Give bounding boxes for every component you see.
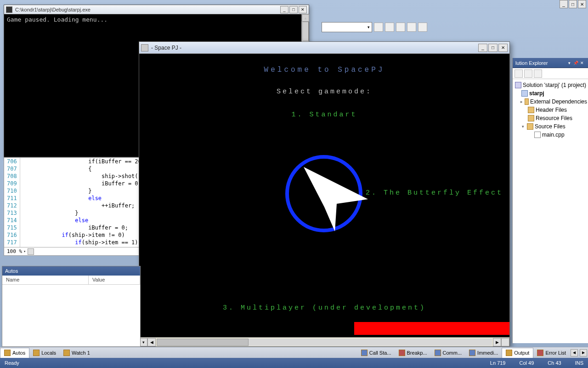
scroll-grip[interactable] — [501, 338, 509, 346]
solution-explorer-toolbar — [513, 68, 588, 79]
watch-tab-icon — [63, 350, 70, 356]
status-ins: INS — [575, 360, 583, 366]
game-welcome-text: Welcome to SpacePJ — [139, 66, 509, 74]
folder-icon — [527, 123, 533, 130]
solution-root-label: Solution 'starpj' (1 project) — [523, 82, 586, 88]
toolbar-button-2[interactable] — [385, 23, 394, 32]
svg-marker-0 — [304, 167, 368, 231]
autos-col-value[interactable]: Value — [89, 276, 140, 284]
autos-header: Name Value — [2, 276, 140, 285]
tab-breakpoints[interactable]: Breakp... — [395, 348, 431, 358]
scroll-left-button[interactable]: ◀ — [147, 338, 156, 346]
status-ch: Ch 43 — [548, 360, 561, 366]
tabstrip-scroll-right[interactable]: ▶ — [580, 349, 587, 356]
autos-col-name[interactable]: Name — [2, 276, 89, 284]
solution-root[interactable]: Solution 'starpj' (1 project) — [514, 81, 587, 89]
console-close-button[interactable]: ✕ — [299, 6, 307, 13]
sln-tb-button-1[interactable] — [514, 69, 523, 78]
tab-call-stack[interactable]: Call Sta... — [357, 348, 395, 358]
errorlist-tab-icon — [537, 350, 543, 356]
editor-code[interactable]: if(iBuffer == 20) { ship->shot(); iBuffe… — [20, 158, 140, 247]
locals-tab-icon — [33, 350, 40, 356]
ide-maximize-button[interactable]: □ — [569, 0, 577, 8]
folder-resources-label: Resource Files — [536, 115, 572, 121]
file-main-cpp[interactable]: main.cpp — [514, 131, 587, 139]
console-icon — [6, 6, 12, 13]
project-label: starpj — [529, 90, 544, 97]
game-option-butterfly[interactable]: 2. The Butterfly Effect — [366, 189, 503, 197]
tabstrip-scroll-left[interactable]: ◀ — [571, 349, 578, 356]
expand-icon[interactable]: ▸ — [520, 99, 523, 104]
console-text: Game paused. Loading menu... — [7, 16, 107, 23]
folder-headers[interactable]: Header Files — [514, 106, 587, 114]
ide-close-button[interactable]: ✕ — [578, 0, 586, 8]
solution-explorer-label: lution Explorer — [515, 60, 566, 66]
panel-dropdown-icon[interactable]: ▾ — [566, 60, 572, 66]
sln-tb-button-2[interactable] — [524, 69, 532, 78]
console-title: C:\kondr1\starpj\Debug\starpj.exe — [15, 7, 279, 12]
game-titlebar[interactable]: - Space PJ - _ □ ✕ — [139, 42, 509, 54]
game-close-button[interactable]: ✕ — [498, 44, 508, 52]
autos-panel-title[interactable]: Autos — [2, 266, 140, 276]
scroll-thumb[interactable] — [157, 339, 249, 346]
editor-zoom[interactable]: 100 % — [7, 248, 22, 254]
autos-tab-icon — [4, 350, 11, 356]
game-option-standard[interactable]: 1. Standart — [139, 111, 509, 119]
folder-resources[interactable]: Resource Files — [514, 114, 587, 122]
console-maximize-button[interactable]: □ — [289, 6, 298, 13]
bottom-tab-strip: Autos Locals Watch 1 Call Sta... Breakp.… — [0, 347, 588, 358]
editor-zoom-dropdown-icon[interactable]: ▾ — [23, 249, 26, 253]
game-minimize-button[interactable]: _ — [478, 44, 487, 52]
autos-panel: Autos Name Value — [2, 266, 141, 347]
game-option-multiplayer[interactable]: 3. Multiplayer (under development) — [139, 304, 509, 312]
scrollbar-up-icon[interactable]: ▲ — [302, 14, 309, 22]
editor-status-bar: 100 % ▾ — [4, 247, 140, 255]
game-horizontal-scrollbar[interactable]: ▾ ◀ ▶ — [139, 337, 509, 346]
code-editor[interactable]: 706707708709710711712713714715716717718 … — [4, 157, 141, 256]
solution-tree[interactable]: Solution 'starpj' (1 project) starpj ▸ E… — [513, 79, 588, 141]
tab-immediate[interactable]: Immedi... — [465, 348, 502, 358]
ide-minimize-button[interactable]: _ — [560, 0, 568, 8]
file-main-label: main.cpp — [542, 132, 565, 138]
scrollbar-thumb[interactable] — [302, 22, 309, 41]
console-minimize-button[interactable]: _ — [280, 6, 288, 13]
toolbar-button-3[interactable] — [396, 23, 405, 32]
game-progress-bar — [354, 322, 509, 335]
status-col: Col 49 — [520, 360, 534, 366]
solution-icon — [515, 82, 521, 88]
ide-window-controls: _ □ ✕ — [560, 0, 586, 8]
ship-arrow-icon — [299, 163, 373, 232]
project-icon — [521, 90, 528, 97]
scroll-right-button[interactable]: ▶ — [493, 338, 501, 346]
tab-locals[interactable]: Locals — [29, 348, 60, 358]
toolbar-button-1[interactable] — [374, 23, 383, 32]
tab-output[interactable]: Output — [502, 348, 533, 358]
toolbar-combo[interactable]: ▾ — [322, 22, 372, 32]
toolbar-button-5[interactable] — [418, 23, 427, 32]
tab-error-list[interactable]: Error List — [533, 348, 570, 358]
panel-close-icon[interactable]: ✕ — [579, 60, 585, 66]
editor-scroll-left[interactable] — [28, 248, 34, 255]
sln-tb-button-3[interactable] — [534, 69, 542, 78]
tab-watch1[interactable]: Watch 1 — [60, 348, 94, 358]
folder-external[interactable]: ▸ External Dependencies — [514, 98, 587, 106]
collapse-icon[interactable]: ▾ — [520, 124, 526, 129]
command-tab-icon — [435, 350, 441, 356]
immediate-tab-icon — [469, 350, 475, 356]
folder-icon — [528, 107, 534, 113]
panel-pin-icon[interactable]: 📌 — [572, 60, 579, 66]
status-line: Ln 719 — [490, 360, 506, 366]
solution-explorer-title[interactable]: lution Explorer ▾ 📌 ✕ — [513, 58, 588, 68]
game-window: - Space PJ - _ □ ✕ Welcome to SpacePJ Se… — [139, 41, 510, 347]
game-icon — [141, 44, 148, 52]
game-body[interactable]: Welcome to SpacePJ Select gamemode: 1. S… — [139, 54, 509, 337]
game-maximize-button[interactable]: □ — [488, 44, 498, 52]
game-select-text: Select gamemode: — [139, 88, 509, 96]
toolbar-button-4[interactable] — [407, 23, 416, 32]
console-titlebar[interactable]: C:\kondr1\starpj\Debug\starpj.exe _ □ ✕ — [4, 5, 309, 14]
ide-toolbar: ▾ — [322, 21, 436, 34]
folder-sources[interactable]: ▾ Source Files — [514, 122, 587, 131]
tab-command[interactable]: Comm... — [431, 348, 466, 358]
project-node[interactable]: starpj — [514, 89, 587, 98]
tab-autos[interactable]: Autos — [0, 348, 29, 358]
